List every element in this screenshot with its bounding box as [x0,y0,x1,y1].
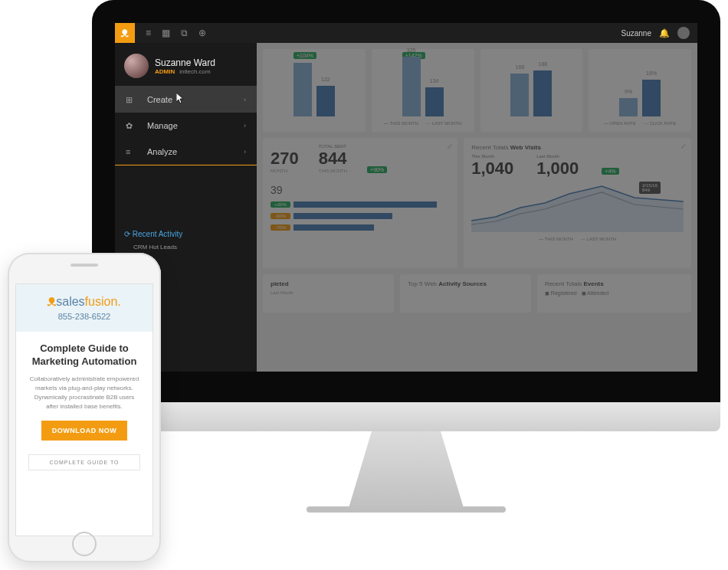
horizontal-bars: +20% -60% -70% [271,201,450,231]
imac-monitor: ᴥ ≡ ▦ ⧉ ⊕ Suzanne 🔔 Suzanne Ward ADMINin… [92,0,720,513]
menu-icon[interactable]: ≡ [146,28,151,38]
sidebar-item-label: Manage [147,121,178,130]
create-icon: ⊞ [126,95,139,105]
app-screen: ᴥ ≡ ▦ ⧉ ⊕ Suzanne 🔔 Suzanne Ward ADMINin… [115,23,697,372]
user-domain: initech.com [179,68,210,75]
chevron-right-icon: › [244,122,246,129]
promo-description: Collaboratively administrate empowered m… [28,375,140,411]
metric-card: +104% 250 122 [263,49,366,132]
metric-card: 9% 18% OPEN RATECLICK RATE [589,49,691,132]
grid-icon[interactable]: ▦ [162,28,170,38]
recent-item[interactable]: CRM Hot Leads [124,243,248,253]
current-user-name[interactable]: Suzanne [621,29,651,38]
top-bar: ᴥ ≡ ▦ ⧉ ⊕ Suzanne 🔔 [115,23,697,43]
promo-subheading: COMPLETE GUIDE TO [28,454,140,470]
metric-card: 168 188 [480,49,583,132]
add-icon[interactable]: ⊕ [198,28,206,38]
card-events: Recent Totals Events ◼ Registered ◼ Atte… [537,274,691,313]
card-completed: pleted Last Month [263,274,394,313]
sidebar-item-analyze[interactable]: ≡ Analyze › [115,139,257,165]
analyze-icon: ≡ [126,147,139,156]
mouse-cursor-icon [176,93,185,105]
iphone-mockup: ᴥsalesfusion. 855-238-6522 Complete Guid… [8,253,161,562]
expand-icon[interactable]: ⤢ [680,142,687,150]
user-role: ADMIN [155,68,175,75]
phone-screen: ᴥsalesfusion. 855-238-6522 Complete Guid… [15,283,153,536]
sidebar-item-label: Create [147,95,172,104]
bar-label: 18% [642,70,661,76]
phone-number[interactable]: 855-238-6522 [22,312,146,321]
expand-icon[interactable]: ⤢ [447,142,453,150]
web-visits-card: ⤢ Recent Totals Web Visits This Month 1,… [464,138,691,268]
chart-tooltip: 2/15/16849 [639,182,661,194]
user-full-name: Suzanne Ward [155,57,215,68]
dashboard: +104% 250 122 +142% 325 134 THIS MONTHLA… [257,43,697,372]
metric-value: 1,040 [471,159,513,179]
avatar-icon[interactable] [677,27,690,39]
chevron-right-icon: › [244,96,246,103]
download-button[interactable]: DOWNLOAD NOW [41,421,128,441]
totals-card: ⤢ 270 MONTH Total Sent 844 THIS MONTH [263,138,457,268]
sidebar-item-label: Analyze [147,147,177,156]
chevron-right-icon: › [244,148,246,156]
line-chart: 2/15/16849 [471,179,684,232]
metric-value: 270 [271,149,299,169]
metric-card: +142% 325 134 THIS MONTHLAST MONTH [372,49,474,132]
bell-icon[interactable]: 🔔 [659,28,670,38]
sidebar-menu: ⊞ Create › ✿ Manage › ≡ Analyze [115,86,257,165]
recent-activity-title: Recent Activity [124,230,248,238]
metric-value: 1,000 [536,159,579,179]
app-logo-icon[interactable]: ᴥ [115,23,135,43]
phone-header: ᴥsalesfusion. 855-238-6522 [16,284,152,332]
sidebar-item-manage[interactable]: ✿ Manage › [115,113,257,139]
bar-label: 9% [619,89,638,94]
sidebar-item-create[interactable]: ⊞ Create › [115,87,257,113]
card-activity-sources: Top 5 Web Activity Sources [400,274,531,313]
metric-value: 844 [319,149,347,169]
delta-badge: +90% [367,166,387,173]
salesfusion-logo: ᴥsalesfusion. [22,295,146,309]
promo-title: Complete Guide to Marketing Automation [28,342,140,369]
user-avatar[interactable] [124,54,149,78]
archive-icon[interactable]: ⧉ [181,28,188,38]
delta-badge: +4% [602,168,618,175]
manage-icon: ✿ [126,121,139,131]
sidebar-user-block: Suzanne Ward ADMINinitech.com [115,43,257,86]
